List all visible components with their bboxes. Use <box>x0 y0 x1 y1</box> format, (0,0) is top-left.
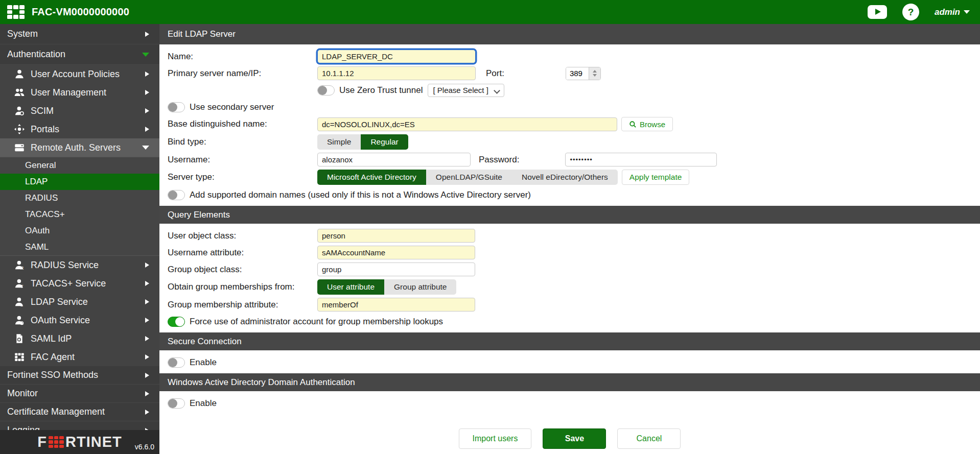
sidebar-item-label: RADIUS Service <box>31 260 145 271</box>
chevron-right-icon <box>145 262 149 268</box>
chevron-right-icon <box>145 373 149 378</box>
sidebar-item-tacacs[interactable]: TACACS+ <box>0 206 159 223</box>
bind-type-regular-button[interactable]: Regular <box>361 134 408 150</box>
sidebar-item-user-account-policies[interactable]: User Account Policies <box>0 65 159 83</box>
save-button[interactable]: Save <box>543 428 606 449</box>
zero-trust-select[interactable]: [ Please Select ] <box>428 84 504 97</box>
password-label: Password: <box>479 155 519 165</box>
sidebar-item-label: General <box>25 160 149 171</box>
force-admin-label: Force use of administrator account for g… <box>190 317 443 327</box>
fortinet-grid-logo <box>7 5 25 19</box>
server-type-segmented: Microsoft Active Directory OpenLDAP/GSui… <box>317 170 618 185</box>
user-badge-icon: R <box>14 260 25 270</box>
name-input[interactable] <box>317 50 476 63</box>
sidebar-item-oauth-service[interactable]: OAuth Service <box>0 311 159 329</box>
username-attribute-input[interactable] <box>317 246 475 259</box>
username-attribute-label: Username attribute: <box>168 248 317 258</box>
chevron-right-icon <box>145 108 149 113</box>
secondary-server-toggle[interactable] <box>168 102 185 112</box>
chevron-right-icon <box>145 391 149 396</box>
group-object-class-label: Group object class: <box>168 265 317 275</box>
admin-label: admin <box>935 7 960 17</box>
group-membership-attribute-input[interactable] <box>317 298 475 312</box>
zero-trust-select-value: [ Please Select ] <box>433 86 488 94</box>
sidebar-item-fortinet-sso-methods[interactable]: Fortinet SSO Methods <box>0 366 159 385</box>
sidebar-item-oauth[interactable]: OAuth <box>0 223 159 239</box>
sidebar-item-label: LDAP <box>25 177 149 187</box>
device-title: FAC-VM0000000000 <box>32 6 129 18</box>
name-label: Name: <box>168 52 317 62</box>
zero-trust-toggle[interactable] <box>317 85 335 95</box>
add-domains-label: Add supported domain names (used only if… <box>190 190 531 200</box>
chevron-right-icon <box>145 127 149 132</box>
sidebar-item-ldap-service[interactable]: L LDAP Service <box>0 293 159 311</box>
user-object-class-input[interactable] <box>317 229 475 243</box>
help-icon[interactable]: ? <box>902 4 919 20</box>
sidebar-item-ldap[interactable]: LDAP <box>0 174 159 190</box>
primary-server-input[interactable] <box>317 66 476 80</box>
svg-text:L: L <box>20 302 23 307</box>
browse-button[interactable]: Browse <box>621 117 673 131</box>
zero-trust-label: Use Zero Trust tunnel <box>339 85 423 95</box>
port-spinner-buttons[interactable] <box>589 67 600 80</box>
sidebar-item-label: Remote Auth. Servers <box>31 142 142 153</box>
winad-enable-toggle[interactable] <box>168 398 185 409</box>
group-object-class-input[interactable] <box>317 262 475 276</box>
sidebar-item-label: SAML <box>25 242 149 252</box>
group-attribute-button[interactable]: Group attribute <box>384 279 456 295</box>
force-admin-toggle[interactable] <box>168 317 185 327</box>
sidebar-item-saml-idp[interactable]: SAML IdP <box>0 329 159 348</box>
sidebar-item-logging[interactable]: Logging <box>0 421 159 430</box>
bind-type-simple-button[interactable]: Simple <box>317 134 361 150</box>
password-input[interactable] <box>565 153 717 166</box>
sidebar-item-remote-auth-servers[interactable]: Remote Auth. Servers <box>0 138 159 157</box>
sidebar-item-label: System <box>7 29 145 39</box>
sidebar-item-portals[interactable]: Portals <box>0 120 159 138</box>
grid-icon <box>14 352 25 362</box>
sidebar-item-radius[interactable]: RADIUS <box>0 190 159 206</box>
sidebar-item-label: SAML IdP <box>31 333 145 344</box>
server-type-novell-button[interactable]: Novell eDirectory/Others <box>512 170 618 185</box>
servers-icon <box>14 142 25 153</box>
secure-enable-toggle[interactable] <box>168 357 185 368</box>
youtube-icon[interactable] <box>868 5 887 19</box>
sidebar-item-user-management[interactable]: User Management <box>0 83 159 102</box>
import-users-button[interactable]: Import users <box>459 428 532 449</box>
add-domains-toggle[interactable] <box>168 190 185 200</box>
section-windows-ad-auth: Windows Active Directory Domain Authenti… <box>159 373 980 391</box>
svg-text:R: R <box>20 266 24 270</box>
sidebar-item-fac-agent[interactable]: FAC Agent <box>0 348 159 366</box>
sidebar-item-authentication[interactable]: Authentication <box>0 44 159 65</box>
port-input[interactable] <box>566 67 589 80</box>
users-icon <box>14 87 25 98</box>
chevron-down-icon <box>964 10 970 14</box>
bind-type-label: Bind type: <box>168 137 317 147</box>
user-attribute-button[interactable]: User attribute <box>317 279 384 295</box>
sidebar-item-certificate-management[interactable]: Certificate Management <box>0 403 159 421</box>
sidebar-item-monitor[interactable]: Monitor <box>0 385 159 403</box>
sidebar-item-system[interactable]: System <box>0 24 159 44</box>
username-input[interactable] <box>317 153 471 166</box>
cancel-button[interactable]: Cancel <box>617 428 681 449</box>
secondary-server-label: Use secondary server <box>190 102 274 112</box>
chevron-right-icon <box>145 90 149 95</box>
form-actions: Import users Save Cancel <box>168 428 972 449</box>
apply-template-button[interactable]: Apply template <box>622 170 690 185</box>
sidebar-item-saml[interactable]: SAML <box>0 239 159 255</box>
server-type-msad-button[interactable]: Microsoft Active Directory <box>317 170 426 185</box>
admin-dropdown[interactable]: admin <box>935 7 970 17</box>
sidebar-item-scim[interactable]: SCIM <box>0 102 159 120</box>
sidebar-item-tacacs-service[interactable]: T TACACS+ Service <box>0 274 159 293</box>
sidebar-item-general[interactable]: General <box>0 157 159 174</box>
remote-auth-submenu: General LDAP RADIUS TACACS+ OAuth <box>0 157 159 256</box>
chevron-right-icon <box>145 336 149 341</box>
app-window: FAC-VM0000000000 ? admin System Authenti… <box>0 0 980 454</box>
base-dn-input[interactable] <box>317 117 617 131</box>
page-title: Edit LDAP Server <box>159 24 980 44</box>
server-type-label: Server type: <box>168 172 317 182</box>
sidebar-item-label: User Account Policies <box>31 69 145 80</box>
sidebar-nav: System Authentication User Account Polic… <box>0 24 159 430</box>
server-type-openldap-button[interactable]: OpenLDAP/GSuite <box>426 170 512 185</box>
sidebar-item-radius-service[interactable]: R RADIUS Service <box>0 256 159 274</box>
base-dn-label: Base distinguished name: <box>168 119 317 129</box>
